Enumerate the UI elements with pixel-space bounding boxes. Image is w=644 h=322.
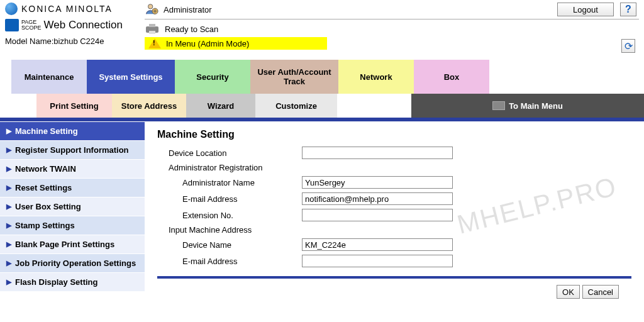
help-button[interactable]: ? <box>620 3 636 16</box>
tab-print-setting[interactable]: Print Setting <box>36 94 112 118</box>
primary-tabs: Maintenance System Settings Security Use… <box>11 60 644 94</box>
sidebar-item-stamp[interactable]: ▶Stamp Settings <box>0 216 145 235</box>
user-role: Administrator <box>164 5 212 14</box>
sidebar-item-machine-setting[interactable]: ▶Machine Setting <box>0 121 145 140</box>
sidebar-item-user-box[interactable]: ▶User Box Setting <box>0 197 145 216</box>
svg-rect-3 <box>149 24 155 27</box>
label-admin-registration: Administrator Registration <box>157 163 302 172</box>
user-icon <box>145 3 158 16</box>
printer-icon <box>145 23 160 35</box>
refresh-button[interactable]: ⟳ <box>621 39 635 53</box>
svg-rect-4 <box>149 31 155 34</box>
label-device-name: Device Name <box>157 240 302 250</box>
sidebar-item-blank-page[interactable]: ▶Blank Page Print Settings <box>0 235 145 253</box>
cancel-button[interactable]: Cancel <box>582 285 619 299</box>
sidebar: ▶Machine Setting ▶Register Support Infor… <box>0 121 145 306</box>
tab-customize[interactable]: Customize <box>255 94 337 118</box>
label-admin-name: Administrator Name <box>157 178 302 187</box>
sidebar-item-network-twain[interactable]: ▶Network TWAIN <box>0 159 145 178</box>
input-device-location[interactable] <box>302 147 453 159</box>
sidebar-item-job-priority[interactable]: ▶Job Priority Operation Settings <box>0 253 145 272</box>
label-device-email: E-mail Address <box>157 257 302 266</box>
input-admin-name[interactable] <box>302 176 453 189</box>
page-title: Machine Setting <box>157 129 631 140</box>
tab-wizard[interactable]: Wizard <box>186 94 255 118</box>
input-device-name[interactable] <box>302 238 453 251</box>
status-warning: In Menu (Admin Mode) <box>145 37 327 50</box>
label-input-machine-address: Input Machine Address <box>157 225 302 235</box>
tab-system-settings[interactable]: System Settings <box>87 60 175 94</box>
sidebar-item-reset-settings[interactable]: ▶Reset Settings <box>0 178 145 197</box>
menu-icon <box>492 101 505 110</box>
tab-user-auth[interactable]: User Auth/Account Track <box>250 60 338 94</box>
model-name: Model Name:bizhub C224e <box>5 36 145 46</box>
input-admin-email[interactable] <box>302 192 453 205</box>
input-extension[interactable] <box>302 209 453 221</box>
tab-to-main-menu[interactable]: To Main Menu <box>411 94 644 118</box>
svg-point-0 <box>148 4 153 9</box>
tab-security[interactable]: Security <box>175 60 250 94</box>
label-extension: Extension No. <box>157 211 302 220</box>
status-ready: Ready to Scan <box>145 23 639 35</box>
tab-network[interactable]: Network <box>338 60 414 94</box>
pagescope-icon <box>5 19 19 31</box>
warning-icon <box>148 38 161 48</box>
product-subtitle: PAGE SCOPE Web Connection <box>5 19 145 31</box>
input-device-email[interactable] <box>302 255 453 267</box>
tab-maintenance[interactable]: Maintenance <box>11 60 87 94</box>
logo-icon <box>5 3 18 15</box>
sidebar-item-flash-display[interactable]: ▶Flash Display Setting <box>0 272 145 291</box>
sidebar-item-register-support[interactable]: ▶Register Support Information <box>0 140 145 159</box>
label-device-location: Device Location <box>157 148 302 158</box>
ok-button[interactable]: OK <box>557 285 580 299</box>
brand-text: KONICA MINOLTA <box>21 4 113 14</box>
label-admin-email: E-mail Address <box>157 194 302 204</box>
logout-button[interactable]: Logout <box>557 3 614 16</box>
brand-logo: KONICA MINOLTA <box>5 3 145 15</box>
tab-store-address[interactable]: Store Address <box>112 94 186 118</box>
secondary-tabs: Print Setting Store Address Wizard Custo… <box>36 94 644 118</box>
tab-box[interactable]: Box <box>414 60 489 94</box>
